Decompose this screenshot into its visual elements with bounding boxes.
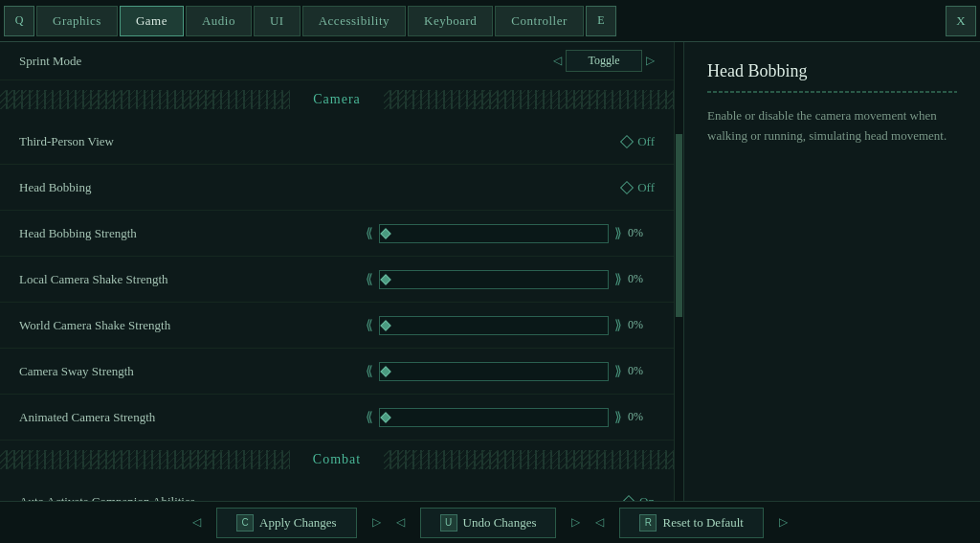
head-bobbing-strength-right-icon[interactable]: ⟫ (614, 225, 622, 241)
local-camera-shake-left-icon[interactable]: ⟪ (366, 271, 373, 287)
world-camera-shake-value: 0% (628, 318, 655, 332)
bottom-action-bar: ◁ C Apply Changes ▷ ◁ U Undo Changes ▷ ◁… (0, 501, 980, 543)
undo-changes-button[interactable]: U Undo Changes (420, 508, 557, 538)
world-camera-shake-right-icon[interactable]: ⟫ (614, 317, 622, 333)
head-bobbing-strength-slider[interactable] (379, 224, 609, 243)
animated-camera-right-icon[interactable]: ⟫ (614, 409, 622, 425)
third-person-view-value: Off (637, 134, 655, 149)
camera-sway-value: 0% (628, 364, 655, 378)
undo-left-arrow-icon: ◁ (396, 515, 405, 530)
tab-accessibility[interactable]: Accessibility (302, 6, 406, 36)
nav-corner-left-button[interactable]: Q (4, 6, 34, 36)
sprint-right-arrow-icon[interactable]: ▷ (646, 54, 655, 68)
local-camera-shake-label: Local Camera Shake Strength (19, 272, 366, 287)
auto-activate-companion-label: Auto Activate Companion Abilities (19, 494, 624, 502)
camera-sway-right-icon[interactable]: ⟫ (614, 363, 622, 379)
reset-key-label: R (639, 514, 657, 532)
third-person-view-label: Third-Person View (19, 134, 622, 149)
local-camera-shake-right-icon[interactable]: ⟫ (614, 271, 622, 287)
head-bobbing-value: Off (637, 180, 655, 195)
local-camera-shake-thumb (380, 274, 390, 284)
animated-camera-slider[interactable] (379, 408, 609, 427)
camera-sway-label: Camera Sway Strength (19, 364, 366, 379)
close-button[interactable]: X (946, 6, 976, 36)
combat-section-title: Combat (290, 450, 384, 469)
sprint-left-arrow-icon[interactable]: ◁ (553, 54, 562, 68)
tab-keyboard[interactable]: Keyboard (408, 6, 493, 36)
undo-key-label: U (440, 514, 457, 532)
tab-game[interactable]: Game (120, 6, 184, 36)
animated-camera-label: Animated Camera Strength (19, 410, 366, 425)
head-bobbing-label: Head Bobbing (19, 180, 622, 195)
info-panel-divider (707, 91, 957, 93)
camera-sway-thumb (380, 366, 390, 376)
scrollbar-thumb[interactable] (676, 134, 682, 318)
head-bobbing-row: Head Bobbing Off (0, 165, 674, 211)
info-panel-description: Enable or disable the camera movement wh… (707, 106, 957, 147)
third-person-view-diamond-icon (620, 134, 634, 147)
info-panel: Head Bobbing Enable or disable the camer… (683, 42, 980, 501)
reset-left-arrow-icon: ◁ (595, 515, 604, 530)
camera-section-left-line (0, 90, 290, 109)
head-bobbing-strength-thumb (380, 228, 390, 238)
world-camera-shake-label: World Camera Shake Strength (19, 318, 366, 333)
world-camera-shake-row: World Camera Shake Strength ⟪ ⟫ 0% (0, 303, 674, 349)
apply-key-label: C (236, 514, 254, 532)
reset-right-arrow-icon: ▷ (779, 515, 788, 530)
local-camera-shake-control: ⟪ ⟫ 0% (366, 270, 655, 289)
reset-to-default-button[interactable]: R Reset to Default (619, 508, 763, 538)
camera-sway-control: ⟪ ⟫ 0% (366, 362, 655, 381)
undo-right-arrow-icon: ▷ (571, 515, 580, 530)
settings-content: Sprint Mode ◁ Toggle ▷ Camera Third-Pers… (0, 42, 674, 501)
animated-camera-value: 0% (628, 410, 655, 424)
world-camera-shake-thumb (380, 320, 390, 330)
camera-section-title: Camera (290, 90, 384, 109)
camera-sway-row: Camera Sway Strength ⟪ ⟫ 0% (0, 349, 674, 395)
auto-activate-companion-control[interactable]: On (624, 494, 655, 502)
local-camera-shake-slider[interactable] (379, 270, 609, 289)
settings-scroll-wrapper: Sprint Mode ◁ Toggle ▷ Camera Third-Pers… (0, 42, 683, 501)
animated-camera-left-icon[interactable]: ⟪ (366, 409, 373, 425)
local-camera-shake-value: 0% (628, 272, 655, 286)
apply-changes-label: Apply Changes (259, 515, 337, 531)
local-camera-shake-row: Local Camera Shake Strength ⟪ ⟫ 0% (0, 257, 674, 303)
animated-camera-row: Animated Camera Strength ⟪ ⟫ 0% (0, 395, 674, 441)
info-panel-title: Head Bobbing (707, 61, 957, 81)
undo-changes-label: Undo Changes (463, 515, 537, 531)
animated-camera-thumb (380, 412, 390, 422)
animated-camera-control: ⟪ ⟫ 0% (366, 408, 655, 427)
tab-audio[interactable]: Audio (186, 6, 252, 36)
tab-ui[interactable]: UI (254, 6, 301, 36)
world-camera-shake-slider[interactable] (379, 316, 609, 335)
apply-right-arrow-icon: ▷ (372, 515, 381, 530)
reset-to-default-label: Reset to Default (662, 515, 743, 531)
camera-sway-slider[interactable] (379, 362, 609, 381)
head-bobbing-strength-row: Head Bobbing Strength ⟪ ⟫ 0% (0, 211, 674, 257)
nav-corner-right-button[interactable]: E (586, 6, 616, 36)
head-bobbing-control[interactable]: Off (622, 180, 655, 195)
tab-graphics[interactable]: Graphics (36, 6, 118, 36)
sprint-mode-value: Toggle (566, 50, 642, 72)
scrollbar-track[interactable] (674, 42, 683, 501)
combat-section-left-line (0, 450, 290, 469)
camera-section-header: Camera (0, 84, 674, 115)
world-camera-shake-left-icon[interactable]: ⟪ (366, 317, 373, 333)
third-person-view-control[interactable]: Off (622, 134, 655, 149)
auto-activate-companion-diamond-icon (622, 494, 635, 501)
camera-sway-left-icon[interactable]: ⟪ (366, 363, 373, 379)
head-bobbing-strength-control: ⟪ ⟫ 0% (366, 224, 655, 243)
auto-activate-companion-value: On (639, 494, 655, 502)
tab-controller[interactable]: Controller (495, 6, 583, 36)
combat-section-header: Combat (0, 444, 674, 475)
head-bobbing-strength-value: 0% (628, 226, 655, 240)
sprint-mode-label: Sprint Mode (19, 54, 553, 69)
combat-section-right-line (384, 450, 674, 469)
sprint-mode-row: Sprint Mode ◁ Toggle ▷ (0, 42, 674, 80)
camera-section-right-line (384, 90, 674, 109)
apply-left-arrow-icon: ◁ (192, 515, 201, 530)
head-bobbing-diamond-icon (620, 180, 634, 193)
head-bobbing-strength-left-icon[interactable]: ⟪ (366, 225, 373, 241)
sprint-mode-control[interactable]: ◁ Toggle ▷ (553, 50, 655, 72)
head-bobbing-strength-label: Head Bobbing Strength (19, 226, 366, 241)
apply-changes-button[interactable]: C Apply Changes (216, 508, 357, 538)
